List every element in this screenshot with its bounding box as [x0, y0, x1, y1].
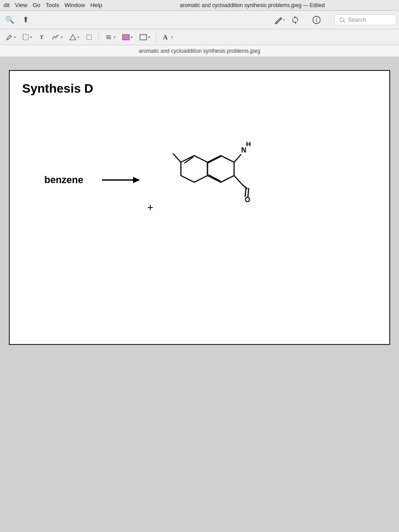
list-button[interactable]: ▾	[102, 31, 118, 43]
menu-help[interactable]: Help	[90, 2, 102, 8]
svg-text:O: O	[245, 196, 250, 203]
outline-rect-button[interactable]: ▾	[137, 31, 153, 43]
signature-button[interactable]: ▾	[50, 31, 65, 43]
product-molecule: N H O	[154, 127, 252, 233]
signature-icon	[52, 34, 60, 41]
canvas-area: Synthesis D benzene	[0, 57, 399, 532]
shapes-dropdown-arrow: ▾	[77, 35, 79, 39]
shapes-icon	[69, 34, 76, 41]
font-dropdown-arrow: ▾	[171, 35, 173, 39]
color-rect-icon	[122, 34, 130, 41]
svg-rect-9	[87, 35, 92, 39]
shapes-button[interactable]: ▾	[67, 31, 82, 43]
text-tool-button[interactable]: T	[36, 31, 48, 43]
menu-tools[interactable]: Tools	[46, 2, 59, 8]
sig-dropdown-arrow: ▾	[61, 35, 63, 39]
info-button[interactable]	[309, 13, 324, 27]
chemical-diagram: benzene	[22, 113, 377, 246]
window-title: aromatic and cycloaddition synthesis pro…	[109, 2, 395, 8]
rotate-icon	[291, 16, 300, 24]
svg-text:T: T	[40, 34, 43, 40]
svg-marker-18	[181, 156, 207, 182]
svg-rect-6	[23, 35, 28, 40]
font-icon: A	[162, 34, 170, 41]
crop-selection-button[interactable]	[83, 31, 95, 43]
reaction-arrow-container	[101, 176, 141, 184]
menu-bar: dit View Go Tools Window Help	[4, 2, 102, 8]
svg-marker-19	[207, 156, 234, 182]
selection-icon	[22, 34, 29, 41]
svg-line-22	[208, 175, 221, 181]
toolbar-divider-1	[98, 32, 99, 42]
outlinerect-dropdown-arrow: ▾	[148, 35, 150, 39]
draw-icon	[6, 34, 13, 41]
svg-marker-8	[70, 35, 75, 40]
svg-line-24	[234, 176, 242, 184]
toolbar-row2: ▾ ▾ T ▾ ▾	[0, 29, 399, 45]
menu-view[interactable]: View	[15, 2, 27, 8]
outline-rect-icon	[139, 34, 147, 41]
reactant-label: benzene	[44, 174, 83, 186]
document-page: Synthesis D benzene	[9, 70, 390, 345]
svg-text:A: A	[163, 34, 168, 41]
selection-button[interactable]: ▾	[20, 31, 35, 43]
svg-point-4	[340, 17, 344, 21]
synthesis-title: Synthesis D	[22, 82, 377, 96]
plus-sign: +	[147, 201, 153, 214]
search-box[interactable]: Search	[334, 14, 396, 25]
search-label: Search	[348, 16, 366, 23]
edit-tool-button[interactable]: ▾	[272, 13, 286, 27]
svg-line-29	[245, 187, 246, 197]
toolbar-row1: 🔍 ⬆ ▾ Search	[0, 11, 399, 29]
list-icon	[105, 34, 113, 41]
svg-line-23	[173, 153, 181, 162]
rotate-button[interactable]	[288, 13, 302, 27]
color-rect-button[interactable]: ▾	[120, 31, 135, 43]
share-icon: ⬆	[23, 15, 29, 24]
zoom-button[interactable]: 🔍	[3, 13, 17, 27]
toolbar-divider-2	[156, 32, 156, 42]
text-icon: T	[39, 34, 46, 41]
filename-bar: aromatic and cycloaddition synthesis pro…	[0, 45, 399, 57]
info-icon	[312, 16, 321, 24]
search-icon	[339, 17, 345, 23]
svg-text:N: N	[241, 146, 246, 154]
crop-selection-icon	[86, 34, 93, 41]
font-button[interactable]: A ▾	[160, 31, 176, 43]
sel-dropdown-arrow: ▾	[30, 35, 32, 39]
svg-line-25	[234, 154, 241, 162]
title-bar: dit View Go Tools Window Help aromatic a…	[0, 0, 399, 11]
svg-line-21	[207, 156, 221, 163]
list-dropdown-arrow: ▾	[113, 35, 116, 39]
zoom-icon: 🔍	[5, 16, 14, 24]
share-button[interactable]: ⬆	[19, 13, 33, 27]
menu-go[interactable]: Go	[33, 2, 40, 8]
svg-rect-14	[140, 35, 147, 40]
svg-line-5	[344, 21, 345, 22]
svg-text:H: H	[246, 140, 251, 148]
reaction-arrow	[101, 176, 141, 184]
dropdown-arrow-edit: ▾	[283, 18, 285, 22]
svg-rect-13	[123, 35, 129, 40]
draw-tool-button[interactable]: ▾	[4, 31, 18, 43]
svg-point-3	[316, 17, 317, 18]
filename-label: aromatic and cycloaddition synthesis pro…	[139, 48, 260, 54]
svg-line-28	[242, 184, 247, 189]
edit-icon	[274, 16, 283, 24]
menu-edit[interactable]: dit	[4, 2, 10, 8]
colorrect-dropdown-arrow: ▾	[131, 35, 133, 39]
draw-dropdown-arrow: ▾	[14, 35, 16, 39]
svg-line-0	[275, 23, 276, 24]
svg-marker-17	[133, 177, 140, 183]
menu-window[interactable]: Window	[64, 2, 85, 8]
